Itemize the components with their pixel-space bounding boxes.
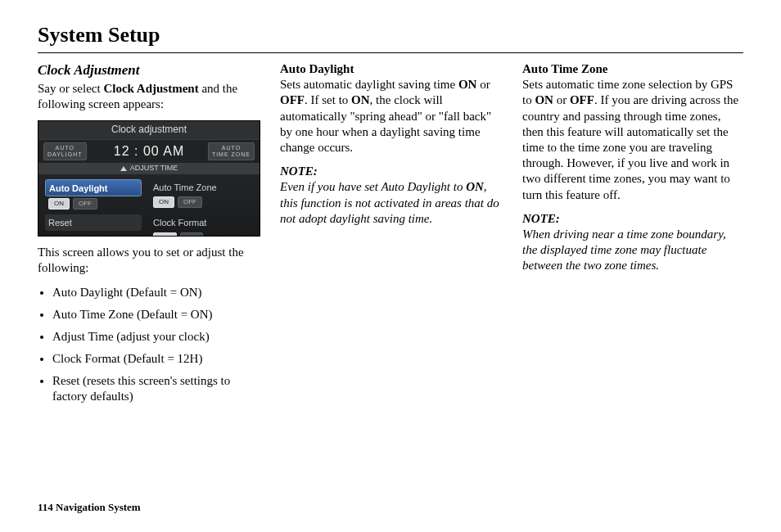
after-image-text: This screen allows you to set or adjust … [38,245,259,276]
toggle-on[interactable]: ON [153,196,174,208]
text-bold: Clock Adjustment [103,82,198,95]
auto-daylight-paragraph: Sets automatic daylight saving time ON o… [280,77,501,156]
column-auto-daylight: Auto Daylight Sets automatic daylight sa… [280,61,501,412]
auto-timezone-hard-button[interactable]: AUTO TIME ZONE [208,142,255,160]
list-item: Adjust Time (adjust your clock) [52,329,259,345]
adjust-time-label: ADJUST TIME [130,164,178,174]
option-auto-timezone[interactable]: Auto Time Zone ON OFF [150,179,246,210]
text: TIME ZONE [212,151,251,157]
text: Even if you have set Auto Daylight to [280,180,466,193]
option-reset[interactable]: Reset [45,214,142,237]
heading-auto-timezone: Auto Time Zone [522,61,743,77]
text-bold: OFF [570,93,594,106]
text-bold: OFF [280,93,305,106]
list-item: Clock Format (Default = 12H) [52,351,259,367]
divider [38,52,743,53]
text: Say or select [38,82,103,95]
footer: 114 Navigation System [38,501,141,514]
list-item: Auto Daylight (Default = ON) [52,285,259,300]
toggle-off[interactable]: OFF [178,196,202,208]
toggle-row: 12H 24H [150,232,246,237]
column-auto-timezone: Auto Time Zone Sets automatic time zone … [522,61,743,412]
auto-timezone-paragraph: Sets automatic time zone selection by GP… [522,77,743,203]
text: DAYLIGHT [47,151,83,157]
heading-auto-daylight: Auto Daylight [280,61,501,77]
note-label: NOTE: [280,164,501,179]
text-bold: ON [351,93,370,106]
bullet-list: Auto Daylight (Default = ON) Auto Time Z… [38,285,259,405]
footer-text: Navigation System [56,501,141,513]
device-time: 12 : 00 AM [114,143,185,160]
text: or [553,93,570,106]
page-title: System Setup [38,23,743,47]
text-bold: ON [458,78,477,91]
option-label: Auto Daylight [45,179,142,196]
toggle-12h[interactable]: 12H [153,232,177,237]
note-body: Even if you have set Auto Daylight to ON… [280,179,501,227]
heading-clock-adjustment: Clock Adjustment [38,61,259,79]
text: AUTO [222,145,241,151]
option-clock-format[interactable]: Clock Format 12H 24H [150,214,246,237]
toggle-on[interactable]: ON [48,198,70,210]
page-number: 114 [38,501,53,513]
toggle-row: ON OFF [45,198,142,210]
text-bold: ON [466,180,484,193]
toggle-24h[interactable]: 24H [180,232,204,237]
device-screenshot: Clock adjustment AUTO DAYLIGHT 12 : 00 A… [38,120,260,237]
option-auto-daylight[interactable]: Auto Daylight ON OFF [45,179,142,210]
device-options-grid: Auto Daylight ON OFF Auto Time Zone ON O… [38,174,260,237]
device-time-row: AUTO DAYLIGHT 12 : 00 AM AUTO TIME ZONE [38,140,260,163]
device-title-bar: Clock adjustment [38,121,260,140]
note-label: NOTE: [522,211,743,227]
adjust-time-bar[interactable]: ADJUST TIME [38,163,260,174]
auto-daylight-hard-button[interactable]: AUTO DAYLIGHT [43,142,87,160]
intro-text: Say or select Clock Adjustment and the f… [38,81,259,112]
text: Sets automatic daylight saving time [280,78,458,91]
option-label: Clock Format [150,214,246,230]
text-bold: ON [535,93,553,106]
text: . If you are driving across the country … [522,93,738,201]
text: AUTO [56,145,74,151]
text: . If set to [305,93,351,106]
list-item: Auto Time Zone (Default = ON) [52,307,259,322]
option-label: Reset [45,214,142,230]
list-item: Reset (resets this screen's settings to … [52,373,259,404]
column-clock-adjustment: Clock Adjustment Say or select Clock Adj… [38,61,259,412]
option-label: Auto Time Zone [150,179,246,195]
text: or [476,78,490,91]
toggle-off[interactable]: OFF [73,198,97,210]
note-body: When driving near a time zone boundary, … [522,227,743,274]
device-title: Clock adjustment [111,124,187,136]
content-columns: Clock Adjustment Say or select Clock Adj… [38,61,743,412]
toggle-row: ON OFF [150,196,246,208]
